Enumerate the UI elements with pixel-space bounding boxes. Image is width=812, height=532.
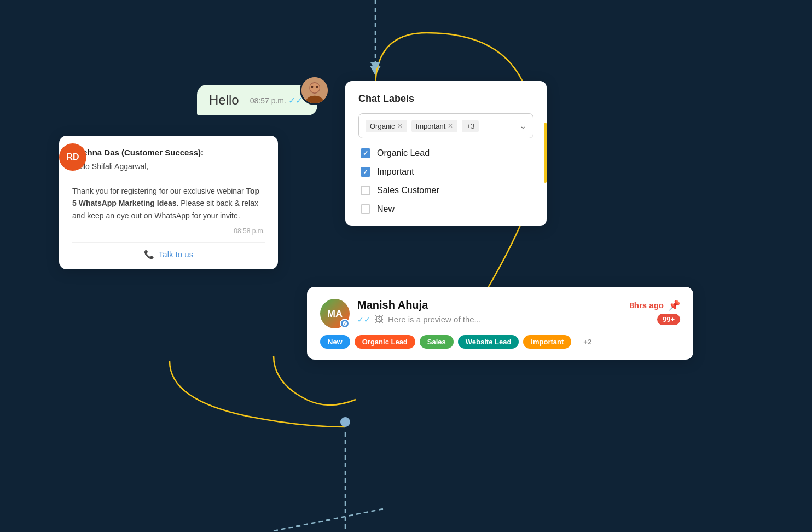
labels-selector[interactable]: Organic ✕ Important ✕ +3 ⌄: [358, 113, 533, 138]
manish-preview-row: ✓✓ 🖼 Here is a preview of the... 99+: [357, 314, 680, 325]
dropdown-arrow-icon[interactable]: ⌄: [520, 122, 526, 130]
chat-labels-title: Chat Labels: [358, 93, 533, 105]
tag-more: +2: [576, 335, 599, 349]
tags-row: New Organic Lead Sales Website Lead Impo…: [320, 335, 680, 349]
svg-marker-4: [370, 62, 380, 70]
tag-organic-lead: Organic Lead: [355, 335, 415, 349]
checkbox-sales-box: [361, 186, 370, 195]
plus-more-tag: +3: [462, 120, 479, 132]
checkbox-important-box: [361, 167, 370, 177]
rachna-avatar: RD: [59, 143, 86, 171]
tag-website-lead: Website Lead: [458, 335, 519, 349]
checkbox-important-label: Important: [377, 167, 414, 177]
pin-icon: 📌: [668, 299, 680, 311]
checkbox-sales-label: Sales Customer: [377, 186, 439, 195]
rachna-initials: RD: [66, 152, 79, 162]
rachna-greeting: Hello Shifali Aggarwal,: [72, 160, 265, 172]
manish-card: MA ✓ Manish Ahuja 8hrs ago 📌 ✓✓ 🖼 Here i…: [307, 287, 693, 360]
label-tag-important: Important ✕: [411, 120, 458, 132]
chat-labels-card: Chat Labels Organic ✕ Important ✕ +3 ⌄ O…: [345, 81, 547, 226]
svg-point-8: [310, 83, 320, 93]
rachna-body: Hello Shifali Aggarwal, Thank you for re…: [72, 160, 265, 222]
checkbox-new-label: New: [377, 204, 395, 214]
checkbox-organic-lead[interactable]: Organic Lead: [361, 148, 533, 158]
rachna-message: Thank you for registering for our exclus…: [72, 185, 265, 222]
hello-text: Hello: [209, 92, 239, 108]
checkbox-new[interactable]: New: [361, 204, 533, 214]
talk-btn-label: Talk to us: [159, 250, 193, 259]
manish-time-pin: 8hrs ago 📌: [629, 299, 680, 311]
manish-initials: MA: [327, 308, 343, 320]
checkbox-sales-customer[interactable]: Sales Customer: [361, 186, 533, 195]
phone-icon: 📞: [144, 250, 154, 259]
manish-avatar-badge: ✓: [340, 319, 350, 328]
svg-line-3: [274, 509, 383, 531]
rachna-bold-text: Top 5 WhatsApp Marketing Ideas: [72, 187, 259, 207]
double-tick-blue-icon: ✓✓: [357, 315, 370, 324]
label-tag-organic: Organic ✕: [366, 120, 407, 132]
hello-bubble: Hello 08:57 p.m. ✓✓: [197, 85, 317, 115]
message-count-badge: 99+: [657, 314, 680, 325]
manish-info: Manish Ahuja 8hrs ago 📌 ✓✓ 🖼 Here is a p…: [357, 299, 680, 325]
talk-to-us-button[interactable]: 📞 Talk to us: [72, 242, 265, 259]
manish-preview-text: Here is a preview of the...: [388, 315, 653, 324]
image-icon: 🖼: [375, 315, 384, 325]
checkbox-organic-lead-label: Organic Lead: [377, 148, 430, 158]
svg-point-9: [311, 86, 314, 88]
checkbox-new-box: [361, 204, 370, 214]
double-tick-icon: ✓✓: [288, 96, 303, 105]
manish-name-row: Manish Ahuja 8hrs ago 📌: [357, 299, 680, 311]
rachna-time: 08:58 p.m.: [72, 227, 265, 235]
checkbox-organic-lead-box: [361, 148, 370, 158]
rachna-sender: Rachna Das (Customer Success):: [72, 148, 265, 157]
user-avatar: [300, 76, 329, 105]
tag-new: New: [320, 335, 350, 349]
remove-important-icon[interactable]: ✕: [448, 122, 453, 130]
manish-time-ago: 8hrs ago: [629, 300, 664, 310]
yellow-scrollbar: [544, 123, 547, 183]
checkbox-important[interactable]: Important: [361, 167, 533, 177]
rachna-card: Rachna Das (Customer Success): Hello Shi…: [59, 136, 278, 269]
circle-node: [340, 417, 350, 427]
hello-time: 08:57 p.m. ✓✓: [250, 95, 303, 106]
svg-point-10: [316, 86, 318, 88]
manish-header: MA ✓ Manish Ahuja 8hrs ago 📌 ✓✓ 🖼 Here i…: [320, 299, 680, 328]
remove-organic-icon[interactable]: ✕: [397, 122, 403, 130]
manish-avatar: MA ✓: [320, 299, 350, 328]
checkbox-list: Organic Lead Important Sales Customer Ne…: [358, 148, 533, 214]
manish-name: Manish Ahuja: [357, 299, 428, 311]
svg-text:✓: ✓: [343, 322, 346, 326]
down-arrow-icon: [369, 59, 381, 71]
tag-important: Important: [523, 335, 571, 349]
tag-sales: Sales: [420, 335, 454, 349]
